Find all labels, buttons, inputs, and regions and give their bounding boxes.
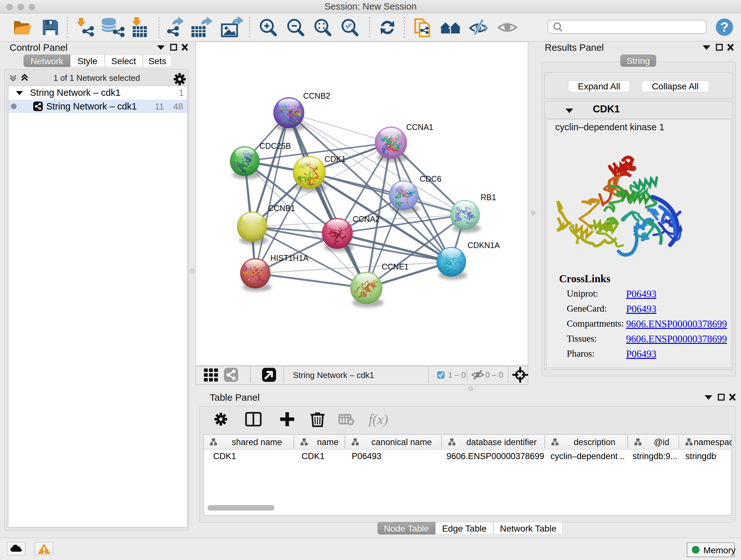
svg-text:name: name xyxy=(317,437,339,447)
svg-text:shared name: shared name xyxy=(232,437,282,447)
svg-text:RB1: RB1 xyxy=(481,193,496,202)
svg-text:description: description xyxy=(574,437,616,447)
svg-text:CCNB1: CCNB1 xyxy=(268,204,295,212)
svg-text:?: ? xyxy=(720,19,729,35)
svg-text:namespac: namespac xyxy=(694,437,732,447)
svg-text:CDC25B: CDC25B xyxy=(259,141,291,150)
svg-text:canonical name: canonical name xyxy=(372,437,432,447)
svg-text:database identifier: database identifier xyxy=(466,437,537,447)
svg-text:1 – 0: 1 – 0 xyxy=(448,370,466,379)
svg-text:String Network – cdk1: String Network – cdk1 xyxy=(293,370,374,380)
svg-text:HIST1H1A: HIST1H1A xyxy=(270,253,309,262)
svg-text:CDKN1A: CDKN1A xyxy=(468,241,500,250)
svg-text:CDK1: CDK1 xyxy=(325,154,346,164)
svg-text:CCNE1: CCNE1 xyxy=(382,262,409,271)
svg-text:f(x): f(x) xyxy=(368,412,388,427)
svg-text:CCNB2: CCNB2 xyxy=(303,91,330,100)
svg-text:0 – 0: 0 – 0 xyxy=(485,370,503,379)
svg-text:CDC6: CDC6 xyxy=(420,174,441,183)
svg-text:CCNA1: CCNA1 xyxy=(406,123,433,132)
svg-text:CCNA2: CCNA2 xyxy=(353,214,380,224)
svg-text:@id: @id xyxy=(654,437,669,447)
